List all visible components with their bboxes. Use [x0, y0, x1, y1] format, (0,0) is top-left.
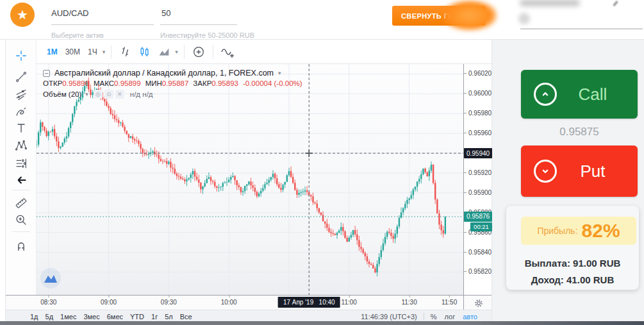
price-tick: 0.95900 [468, 189, 491, 196]
chevron-down-icon[interactable]: ▾ [101, 49, 107, 55]
range-1д[interactable]: 1д [30, 313, 38, 321]
call-button[interactable]: Call [521, 70, 638, 119]
time-tick: 10:00 [221, 299, 237, 306]
fib-lines-tool-icon[interactable] [14, 88, 28, 102]
ohlc-value: 0.95893 [211, 79, 238, 87]
payout-line: Выплата: 91.00 RUB [506, 258, 639, 269]
legend-collapse-icon[interactable] [43, 70, 50, 77]
toolbar-divider [12, 231, 30, 232]
time-axis[interactable]: 08:3009:0009:3010:0011:0011:3011:5017 Ап… [6, 295, 491, 310]
redacted-balance [520, 0, 579, 6]
time-tick: 09:30 [161, 299, 177, 306]
candles-style-icon[interactable] [137, 44, 153, 60]
scale-лог[interactable]: лог [445, 313, 456, 321]
chart-footer: 1д5д1мес3мес6месYTD1г5лВсе 11:46:39 (UTC… [6, 310, 491, 322]
asset-hint: Выберите актив [51, 31, 104, 39]
scale-%[interactable]: % [431, 313, 437, 321]
time-tick: 09:00 [101, 299, 117, 306]
chevron-down-icon[interactable]: ▾ [174, 49, 179, 55]
ohlc-key: ОТКР [43, 79, 62, 87]
scale-авто[interactable]: авто [463, 313, 477, 321]
forecast-tool-icon[interactable] [14, 156, 28, 171]
balance-underline [520, 28, 643, 29]
chevron-down-icon[interactable]: ▾ [277, 70, 283, 76]
range-YTD[interactable]: YTD [130, 313, 144, 321]
amount-input-underline [160, 24, 237, 25]
time-tick: 11:00 [342, 299, 357, 306]
ruler-tool-icon[interactable] [14, 196, 28, 210]
collapse-chart-button[interactable]: СВЕРНУТЬ ГРАФИК [392, 6, 486, 26]
profit-pill: Прибыль: 82% [521, 217, 636, 245]
toolbar-divider [12, 190, 30, 190]
drawing-toolbar [6, 40, 37, 310]
text-tool-icon[interactable] [14, 121, 28, 135]
chevron-down-icon[interactable]: ▾ [84, 91, 90, 97]
volume-settings-icon[interactable]: ⊙ [104, 90, 113, 99]
ohlc-key: МАКС [94, 79, 114, 87]
range-3мес[interactable]: 3мес [83, 313, 99, 321]
range-5д[interactable]: 5д [45, 313, 54, 321]
time-tick: 11:50 [442, 299, 457, 306]
arrow-left-tool-icon[interactable] [14, 173, 28, 187]
ohlc-key: ЗАКР [193, 79, 211, 87]
change-value: -0.00004 (-0.00%) [243, 79, 302, 87]
ohlc-values: ОТКР0.95896МАКС0.95899МИН0.95887ЗАКР0.95… [43, 79, 302, 87]
range-Все[interactable]: Все [180, 313, 192, 321]
favorite-star-icon[interactable]: ★ [10, 3, 35, 27]
edit-pencil-icon [613, 1, 618, 6]
range-1мес[interactable]: 1мес [60, 313, 76, 321]
magnet-tool-icon[interactable] [14, 239, 28, 253]
brush-tool-icon[interactable] [14, 105, 28, 119]
range-6мес[interactable]: 6мес [107, 313, 123, 321]
profit-value: 82% [582, 220, 620, 242]
price-tick: 0.96000 [468, 90, 491, 97]
volume-visibility-icon[interactable]: ◎ [94, 90, 103, 99]
area-style-icon[interactable] [156, 44, 172, 60]
chart-plot[interactable]: Австралийский доллар / Канадский доллар,… [37, 64, 463, 295]
volume-remove-icon[interactable]: ✕ [115, 90, 124, 99]
asset-input-underline [51, 24, 154, 25]
amount-input[interactable]: 50 [161, 8, 170, 18]
clock-timezone[interactable]: 11:46:39 (UTC+3) [361, 313, 417, 321]
profit-card: Прибыль: 82% Выплата: 91.00 RUB Доход: 4… [506, 206, 639, 290]
ohlc-value: 0.95896 [62, 79, 89, 87]
price-tick: 0.96020 [468, 70, 491, 77]
candlestick-canvas [37, 64, 463, 295]
range-5л[interactable]: 5л [165, 313, 173, 321]
instrument-title[interactable]: Австралийский доллар / Канадский доллар,… [54, 69, 274, 78]
compare-plus-icon[interactable] [191, 44, 206, 60]
price-tick: 0.95920 [468, 169, 491, 176]
xabcd-pattern-tool-icon[interactable] [14, 138, 28, 153]
profit-label: Прибыль: [537, 226, 577, 236]
interval-1M[interactable]: 1M [43, 47, 62, 56]
volume-indicator-label[interactable]: Объём (20) [43, 90, 81, 98]
price-axis[interactable]: 0.960200.960000.959800.959600.959400.959… [463, 64, 493, 295]
scale-buttons: %логавто [431, 313, 485, 321]
ohlc-key: МИН [145, 79, 162, 87]
interval-30M[interactable]: 30M [62, 47, 84, 56]
income-line: Доход: 41.00 RUB [506, 274, 639, 285]
interval-1Ч[interactable]: 1Ч [84, 47, 101, 56]
range-buttons: 1д5д1мес3мес6месYTD1г5лВсе [30, 313, 199, 321]
ohlc-value: 0.95899 [114, 79, 141, 87]
app-root: ★ AUD/CAD Выберите актив 50 Инвестируйте… [0, 0, 644, 325]
asset-input[interactable]: AUD/CAD [51, 8, 89, 18]
trend-line-tool-icon[interactable] [14, 70, 28, 84]
zoom-in-tool-icon[interactable] [14, 213, 28, 227]
price-tick: 0.95960 [468, 129, 491, 137]
indicators-icon[interactable] [220, 44, 235, 60]
top-bar: ★ AUD/CAD Выберите актив 50 Инвестируйте… [0, 0, 644, 40]
call-label: Call [557, 85, 638, 104]
provider-logo [40, 268, 61, 288]
put-label: Put [557, 162, 638, 181]
price-tick: 0.95840 [468, 249, 491, 256]
bars-style-icon[interactable] [118, 44, 133, 60]
axis-settings-gear-icon[interactable] [474, 299, 483, 308]
range-1г[interactable]: 1г [151, 313, 158, 321]
crosshair-tool-icon[interactable] [14, 49, 28, 63]
put-button[interactable]: Put [521, 146, 638, 197]
redacted-avatar [518, 13, 530, 24]
current-price-badge: 0.95876 [464, 212, 492, 222]
crosshair-price-badge: 0.95940 [464, 148, 492, 158]
volume-values: н/д н/д [130, 90, 153, 98]
